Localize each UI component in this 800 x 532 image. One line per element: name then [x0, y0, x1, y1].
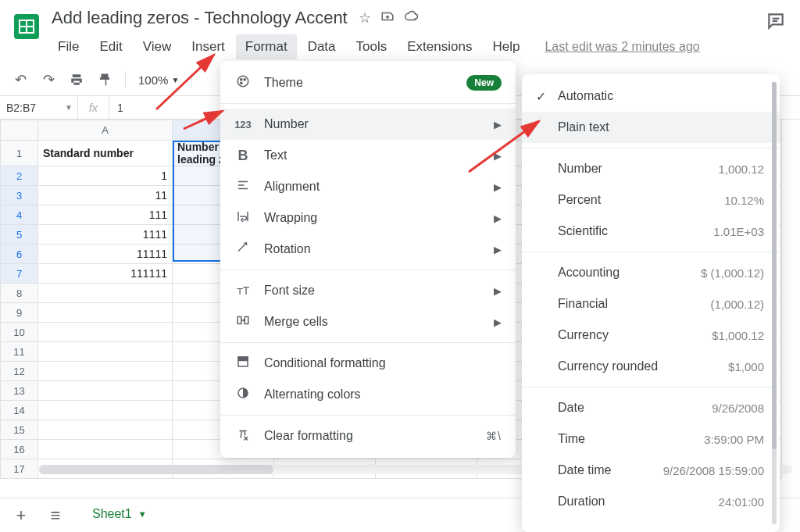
- row-header[interactable]: 16: [1, 440, 38, 459]
- menu-number[interactable]: 123 Number ▶: [220, 109, 516, 140]
- fx-icon: fx: [78, 96, 109, 119]
- menubar: File Edit View Insert Format Data Tools …: [48, 34, 791, 59]
- name-box[interactable]: B2:B7▼: [0, 96, 78, 119]
- comments-icon[interactable]: [766, 11, 786, 34]
- row-header[interactable]: 4: [1, 205, 38, 225]
- wrap-icon: [234, 209, 252, 227]
- format-accounting[interactable]: Accounting $ (1,000.12): [522, 257, 780, 288]
- format-number[interactable]: Number 1,000.12: [522, 153, 780, 184]
- row-header[interactable]: 12: [1, 362, 38, 381]
- rotation-icon: [234, 241, 252, 259]
- row-header[interactable]: 6: [1, 245, 38, 264]
- format-date[interactable]: Date 9/26/2008: [522, 392, 780, 423]
- sheet-dropdown-icon[interactable]: ▼: [138, 509, 147, 519]
- undo-button[interactable]: ↶: [9, 69, 31, 91]
- checkmark-icon: ✓: [533, 89, 548, 104]
- star-icon[interactable]: ☆: [359, 9, 371, 27]
- align-icon: [234, 178, 252, 196]
- row-header[interactable]: 2: [1, 166, 38, 186]
- menu-extensions[interactable]: Extensions: [398, 34, 481, 59]
- menu-file[interactable]: File: [48, 34, 88, 59]
- svg-rect-18: [238, 357, 248, 361]
- cloud-icon[interactable]: [404, 9, 420, 27]
- print-button[interactable]: [66, 69, 88, 91]
- cell[interactable]: 111: [38, 205, 173, 225]
- new-badge: New: [466, 75, 502, 91]
- row-header[interactable]: 8: [1, 284, 38, 303]
- row-header[interactable]: 11: [1, 342, 38, 362]
- menu-clear-formatting[interactable]: Clear formatting ⌘\: [220, 420, 516, 452]
- format-scientific[interactable]: Scientific 1.01E+03: [522, 216, 780, 247]
- select-all-corner[interactable]: [1, 120, 38, 141]
- format-menu: Theme New 123 Number ▶ B Text ▶ Alignmen…: [220, 61, 516, 458]
- paint-format-button[interactable]: [94, 69, 116, 91]
- fontsize-icon: ᴛT: [234, 284, 252, 297]
- sheets-logo[interactable]: [9, 9, 44, 44]
- cell[interactable]: 1111: [38, 225, 173, 245]
- menu-text[interactable]: B Text ▶: [220, 140, 516, 171]
- format-currency[interactable]: Currency $1,000.12: [522, 320, 780, 351]
- row-header[interactable]: 10: [1, 323, 38, 342]
- bold-icon: B: [234, 148, 252, 164]
- svg-point-8: [244, 78, 245, 80]
- svg-rect-15: [238, 316, 241, 323]
- last-edit-link[interactable]: Last edit was 2 minutes ago: [545, 40, 699, 54]
- menu-alignment[interactable]: Alignment ▶: [220, 171, 516, 202]
- menu-view[interactable]: View: [134, 34, 181, 59]
- submenu-arrow-icon: ▶: [494, 119, 502, 130]
- menu-tools[interactable]: Tools: [347, 34, 397, 59]
- menu-font-size[interactable]: ᴛT Font size ▶: [220, 275, 516, 306]
- svg-point-7: [241, 78, 242, 80]
- row-header[interactable]: 17: [1, 459, 38, 479]
- cell[interactable]: 1: [38, 166, 173, 186]
- formula-bar[interactable]: 1: [109, 102, 123, 114]
- merge-icon: [234, 313, 252, 331]
- alternating-icon: [234, 386, 252, 404]
- document-title[interactable]: Add leading zeros - Technology Accent: [48, 6, 351, 30]
- row-header[interactable]: 15: [1, 420, 38, 440]
- format-time[interactable]: Time 3:59:00 PM: [522, 423, 780, 455]
- row-header[interactable]: 9: [1, 303, 38, 323]
- svg-point-6: [238, 76, 248, 87]
- menu-conditional-formatting[interactable]: Conditional formatting: [220, 348, 516, 379]
- format-financial[interactable]: Financial (1,000.12): [522, 288, 780, 320]
- format-duration[interactable]: Duration 24:01:00: [522, 486, 780, 517]
- cell[interactable]: Standard number: [38, 141, 173, 166]
- cell[interactable]: 111111: [38, 264, 173, 284]
- menu-help[interactable]: Help: [483, 34, 529, 59]
- format-automatic[interactable]: ✓ Automatic: [522, 80, 780, 112]
- add-sheet-button[interactable]: +: [8, 502, 34, 529]
- move-icon[interactable]: [380, 9, 395, 27]
- all-sheets-button[interactable]: ≡: [42, 502, 69, 529]
- menu-data[interactable]: Data: [298, 34, 345, 59]
- submenu-scrollbar[interactable]: [772, 82, 777, 524]
- format-currency-rounded[interactable]: Currency rounded $1,000: [522, 351, 780, 382]
- number-format-submenu: ✓ Automatic Plain text Number 1,000.12 P…: [522, 74, 780, 532]
- row-header[interactable]: 5: [1, 225, 38, 245]
- format-percent[interactable]: Percent 10.12%: [522, 184, 780, 216]
- row-header[interactable]: 13: [1, 381, 38, 401]
- menu-wrapping[interactable]: Wrapping ▶: [220, 202, 516, 234]
- sheet-tab[interactable]: Sheet1▼: [77, 501, 162, 530]
- redo-button[interactable]: ↷: [38, 69, 59, 91]
- conditional-icon: [234, 355, 252, 373]
- cell[interactable]: 11111: [38, 245, 173, 264]
- number-icon: 123: [234, 119, 252, 130]
- theme-icon: [234, 74, 252, 92]
- menu-insert[interactable]: Insert: [182, 34, 234, 59]
- row-header[interactable]: 1: [1, 141, 38, 166]
- menu-rotation[interactable]: Rotation ▶: [220, 234, 516, 265]
- cell[interactable]: 11: [38, 186, 173, 205]
- format-datetime[interactable]: Date time 9/26/2008 15:59:00: [522, 455, 780, 486]
- menu-format[interactable]: Format: [236, 34, 297, 59]
- format-plain-text[interactable]: Plain text: [522, 112, 780, 143]
- menu-merge-cells[interactable]: Merge cells ▶: [220, 306, 516, 337]
- row-header[interactable]: 3: [1, 186, 38, 205]
- menu-edit[interactable]: Edit: [90, 34, 131, 59]
- row-header[interactable]: 7: [1, 264, 38, 284]
- row-header[interactable]: 14: [1, 401, 38, 420]
- menu-alternating-colors[interactable]: Alternating colors: [220, 379, 516, 410]
- zoom-dropdown[interactable]: 100%▼: [135, 73, 182, 87]
- menu-theme[interactable]: Theme New: [220, 67, 516, 98]
- col-header-a[interactable]: A: [38, 120, 173, 141]
